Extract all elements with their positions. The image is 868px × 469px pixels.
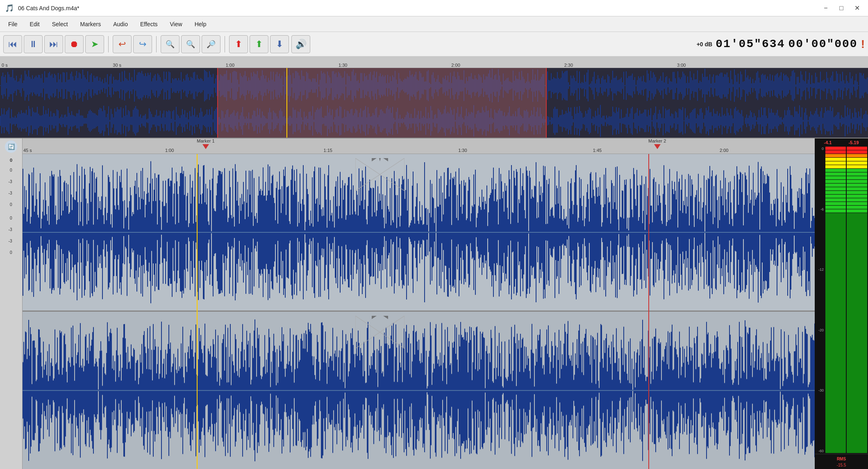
marker-1[interactable]: Marker 1 bbox=[197, 138, 214, 149]
vu-rms-label: RMS bbox=[837, 457, 846, 461]
marker-2[interactable]: Marker 2 bbox=[648, 138, 666, 149]
pause-button[interactable]: ⏸ bbox=[24, 35, 43, 53]
menu-edit[interactable]: Edit bbox=[24, 19, 45, 29]
window-title: 06 Cats And Dogs.m4a* bbox=[18, 5, 79, 11]
left-panel: 🔄 0 0 -3 -3 0 0 -3 -3 0 bbox=[0, 138, 23, 469]
vu-right-dark-green bbox=[847, 213, 867, 453]
vu-left-green-4 bbox=[825, 180, 846, 183]
vu-peak-left: -4.1 bbox=[824, 140, 832, 145]
db-3-top: -3 bbox=[9, 179, 14, 184]
time-display: +0 dB 01'05"634 00'00"000 ! bbox=[697, 38, 865, 51]
separator-1 bbox=[108, 36, 109, 52]
forward-button[interactable]: ⏭ bbox=[44, 35, 63, 53]
vu-left-green-10 bbox=[825, 202, 846, 205]
vu-bars-area: 0 -6 -12 -20 -30 -60 bbox=[815, 146, 868, 454]
volume-button[interactable]: 🔊 bbox=[291, 35, 310, 53]
vu-scale-60: -60 bbox=[816, 449, 824, 453]
vu-left-green-11 bbox=[825, 206, 846, 209]
editor-area: 🔄 0 0 -3 -3 0 0 -3 -3 0 Marker 1 bbox=[0, 138, 868, 469]
vu-right-green-4 bbox=[847, 180, 867, 183]
rewind-button[interactable]: ⏮ bbox=[3, 35, 22, 53]
window-controls: − □ ✕ bbox=[820, 4, 863, 13]
track-up-button[interactable]: ⬆ bbox=[229, 35, 248, 53]
ruler-mark-30s: 30 s bbox=[113, 63, 121, 68]
db-0-bot: 0 bbox=[9, 216, 14, 220]
vu-right-green-8 bbox=[847, 195, 867, 198]
track-arrow-button[interactable]: ⬆ bbox=[250, 35, 268, 53]
ruler-mark-1min: 1:00 bbox=[226, 63, 234, 68]
vu-right-green-10 bbox=[847, 202, 867, 205]
center-line-top bbox=[23, 232, 815, 233]
db-axis-label: 0 bbox=[10, 158, 12, 163]
overview-icon[interactable]: 🔄 bbox=[5, 140, 17, 153]
ruler-mark-230: 2:30 bbox=[564, 63, 573, 68]
zoom-out-button[interactable]: 🔍 bbox=[181, 35, 200, 53]
waveform-main[interactable]: Marker 1 Marker 2 45 s 1:00 1:15 1:30 1:… bbox=[23, 138, 815, 469]
vu-left-dark-green bbox=[825, 213, 846, 453]
vu-right-green-11 bbox=[847, 206, 867, 209]
menu-effects[interactable]: Effects bbox=[134, 19, 164, 29]
undo-button[interactable]: ↩ bbox=[113, 35, 132, 53]
vu-left-bar bbox=[825, 147, 846, 453]
db-scale-top: 0 -3 -3 0 bbox=[9, 166, 14, 209]
vu-right-yellow-2 bbox=[847, 161, 867, 165]
menu-view[interactable]: View bbox=[164, 19, 188, 29]
vu-left-green-1 bbox=[825, 169, 846, 172]
menu-audio[interactable]: Audio bbox=[107, 19, 134, 29]
undo-redo-group: ↩ ↪ bbox=[113, 35, 152, 53]
menu-help[interactable]: Help bbox=[189, 19, 212, 29]
vu-left-green-7 bbox=[825, 191, 846, 194]
zoom-fit-button[interactable]: 🔎 bbox=[202, 35, 220, 53]
marker-1-arrow bbox=[202, 144, 209, 149]
db-3b-bot: -3 bbox=[9, 239, 14, 243]
menu-file[interactable]: File bbox=[2, 19, 23, 29]
ruler-mark-0s: 0 s bbox=[2, 63, 8, 68]
vu-scale-12: -12 bbox=[816, 267, 824, 272]
vu-right-green-9 bbox=[847, 198, 867, 202]
vu-right-orange bbox=[847, 154, 867, 157]
close-button[interactable]: ✕ bbox=[851, 4, 863, 13]
track-down-button[interactable]: ⬇ bbox=[270, 35, 289, 53]
record-button[interactable]: ⏺ bbox=[65, 35, 84, 53]
vu-left-green-12 bbox=[825, 209, 846, 213]
editor-ruler-115: 1:15 bbox=[324, 148, 332, 153]
editor-ruler-45s: 45 s bbox=[23, 148, 32, 153]
vu-scale-30: -30 bbox=[816, 388, 824, 392]
toolbar: ⏮ ⏸ ⏭ ⏺ ➤ ↩ ↪ 🔍 🔍 🔎 ⬆ ⬆ ⬇ 🔊 +0 dB 01'05"… bbox=[0, 32, 868, 57]
center-line-bottom bbox=[23, 390, 815, 391]
vu-left-red-2 bbox=[825, 150, 846, 154]
vu-left-orange bbox=[825, 154, 846, 157]
title-bar: 🎵 06 Cats And Dogs.m4a* − □ ✕ bbox=[0, 0, 868, 16]
db-0-top: 0 bbox=[9, 168, 14, 172]
marker-2-arrow bbox=[654, 144, 661, 149]
vu-meter-panel: -4.1 -5.19 0 -6 -12 -20 -30 -60 bbox=[815, 138, 868, 469]
marker-1-label: Marker 1 bbox=[197, 138, 214, 143]
zoom-in-button[interactable]: 🔍 bbox=[161, 35, 180, 53]
editor-ruler-145: 1:45 bbox=[593, 148, 602, 153]
vu-left-yellow-3 bbox=[825, 165, 846, 168]
overview-area[interactable] bbox=[0, 68, 868, 138]
vu-peak-display: -4.1 -5.19 bbox=[815, 138, 868, 146]
top-channel[interactable] bbox=[23, 154, 815, 312]
menu-markers[interactable]: Markers bbox=[75, 19, 107, 29]
vu-left-green-5 bbox=[825, 184, 846, 187]
maximize-button[interactable]: □ bbox=[835, 4, 848, 13]
play-button[interactable]: ➤ bbox=[85, 35, 104, 53]
vu-scale-labels: 0 -6 -12 -20 -30 -60 bbox=[816, 147, 825, 453]
vu-right-yellow-3 bbox=[847, 165, 867, 168]
db-3-bot: -3 bbox=[9, 227, 14, 232]
editor-ruler-200: 2:00 bbox=[720, 148, 728, 153]
db-3b-top: -3 bbox=[9, 191, 14, 195]
marker-2-label: Marker 2 bbox=[648, 138, 666, 143]
vu-right-red-1 bbox=[847, 147, 867, 150]
ruler-mark-200: 2:00 bbox=[451, 63, 460, 68]
editor-ruler: Marker 1 Marker 2 45 s 1:00 1:15 1:30 1:… bbox=[23, 138, 815, 154]
redo-button[interactable]: ↪ bbox=[133, 35, 152, 53]
bottom-channel[interactable] bbox=[23, 312, 815, 469]
vu-left-green-2 bbox=[825, 172, 846, 176]
vu-right-green-12 bbox=[847, 209, 867, 213]
vu-right-green-5 bbox=[847, 184, 867, 187]
minimize-button[interactable]: − bbox=[820, 4, 832, 13]
waveform-channels[interactable] bbox=[23, 154, 815, 469]
menu-select[interactable]: Select bbox=[46, 19, 74, 29]
